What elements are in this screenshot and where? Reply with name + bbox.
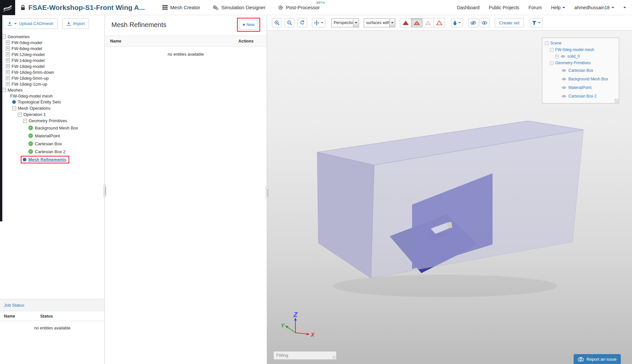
refinements-table-header: Name Actions bbox=[105, 36, 267, 47]
y-axis-arrow bbox=[285, 325, 288, 328]
nav-link-forum[interactable]: Forum bbox=[528, 5, 542, 10]
tree-item-geometry-primitives[interactable]: Geometry Primitives bbox=[0, 118, 105, 124]
left-edge-strip bbox=[0, 15, 2, 221]
expand-icon[interactable] bbox=[6, 41, 10, 44]
render-mode-select[interactable]: surfaces with w bbox=[364, 18, 395, 27]
sidebar-buttons: Upload CAD/mesh Import bbox=[0, 15, 105, 31]
report-issue-button[interactable]: Report an issue bbox=[574, 354, 621, 364]
create-set-button[interactable]: Create set bbox=[495, 18, 524, 27]
3d-viewport-canvas[interactable]: Scene FW-0deg-model mesh solid_0 Geometr… bbox=[267, 31, 632, 364]
tree-item-mesh-refinements[interactable]: Mesh Refinements bbox=[0, 155, 105, 163]
expand-icon[interactable] bbox=[6, 52, 10, 56]
scene-tree-item-cartesian-box-2[interactable]: Cartesian Box 2 bbox=[542, 92, 619, 100]
render-outline-button[interactable] bbox=[434, 18, 445, 27]
scene-tree-item-background-mesh-box[interactable]: Background Mesh Box bbox=[542, 75, 619, 83]
scene-tree-item-fw-0deg-model-mesh[interactable]: FW-0deg-model mesh bbox=[542, 46, 619, 53]
navbar-collapse-caret[interactable] bbox=[623, 7, 626, 8]
mesh-refinements-panel: Mesh Refinements New Name Actions no ent… bbox=[105, 15, 267, 364]
hide-entities-button[interactable] bbox=[468, 18, 478, 27]
expand-icon[interactable] bbox=[6, 82, 10, 86]
scene-tree-item-solid-0[interactable]: solid_0 bbox=[542, 53, 619, 60]
expand-icon[interactable] bbox=[6, 70, 10, 74]
tree-item-mesh-operations[interactable]: Mesh Operations bbox=[0, 105, 105, 111]
expand-icon[interactable] bbox=[6, 64, 10, 68]
visibility-eye-icon[interactable] bbox=[561, 86, 566, 89]
tree-item-fw-18deg-5mm-up[interactable]: FW-18deg-5mm-up bbox=[0, 75, 105, 81]
show-entities-button[interactable] bbox=[479, 18, 490, 27]
tree-item-fw-18deg-model[interactable]: FW-18deg-model bbox=[0, 63, 105, 69]
import-button[interactable]: Import bbox=[62, 18, 89, 29]
tree-item-fw-18deg-1cm-up[interactable]: FW-18deg-1cm-up bbox=[0, 81, 105, 87]
panel-collapse-handle[interactable] bbox=[266, 186, 268, 199]
collapse-icon[interactable] bbox=[12, 106, 16, 110]
navbar-links: Dashboard Public Projects Forum Help ahm… bbox=[457, 5, 632, 10]
visibility-eye-icon[interactable] bbox=[560, 55, 565, 58]
app-logo[interactable] bbox=[0, 0, 15, 15]
expand-icon[interactable] bbox=[555, 55, 559, 58]
tree-item-cartesian-box-2[interactable]: Cartesian Box 2 bbox=[0, 148, 105, 155]
upload-cad-mesh-button[interactable]: Upload CAD/mesh bbox=[3, 18, 58, 29]
grid-icon bbox=[163, 5, 167, 10]
nav-link-dashboard[interactable]: Dashboard bbox=[457, 5, 480, 10]
new-refinement-button[interactable]: New bbox=[239, 20, 258, 30]
success-check-icon bbox=[28, 133, 33, 138]
tree-item-geometries[interactable]: Geometries bbox=[0, 34, 105, 40]
node-dot-icon bbox=[23, 158, 26, 161]
nav-menu-user[interactable]: ahmedhussain18 bbox=[574, 5, 614, 10]
chevron-down-icon bbox=[562, 7, 565, 8]
collapse-icon[interactable] bbox=[2, 35, 6, 39]
render-surfaces-wireframe-button[interactable] bbox=[411, 18, 423, 27]
zoom-in-button[interactable] bbox=[272, 18, 282, 27]
tab-simulation-designer[interactable]: Simulation Designer bbox=[213, 5, 265, 10]
tree-item-fw-6deg-model[interactable]: FW-6deg-model bbox=[0, 45, 105, 51]
annotation-highlight-box: New bbox=[237, 18, 260, 32]
nav-link-public-projects[interactable]: Public Projects bbox=[489, 5, 520, 10]
expand-icon[interactable] bbox=[6, 58, 10, 62]
set-name-input[interactable] bbox=[273, 351, 337, 360]
move-tool-button[interactable] bbox=[312, 18, 325, 27]
solid-triangle-icon bbox=[403, 20, 409, 25]
collapse-icon[interactable] bbox=[550, 48, 554, 52]
scene-tree-item-materialpoint[interactable]: MaterialPoint bbox=[542, 83, 619, 92]
tree-item-materialpoint[interactable]: MaterialPoint bbox=[0, 132, 105, 140]
overlay-resize-handle[interactable] bbox=[615, 99, 618, 103]
render-wireframe-button[interactable] bbox=[422, 18, 434, 27]
collapse-icon[interactable] bbox=[18, 113, 22, 117]
scene-tree-item-scene[interactable]: Scene bbox=[542, 40, 619, 46]
tree-item-fw-0deg-model-mesh[interactable]: FW-0deg-model mesh bbox=[0, 93, 105, 99]
visibility-eye-icon[interactable] bbox=[561, 77, 566, 81]
zoom-out-button[interactable] bbox=[285, 18, 294, 27]
tab-post-processor[interactable]: Post-Processor BETA bbox=[278, 5, 320, 10]
tree-item-meshes[interactable]: Meshes bbox=[0, 87, 105, 93]
projection-select[interactable]: Perspective bbox=[331, 18, 359, 27]
tree-item-fw-0deg-model[interactable]: FW-0deg-model bbox=[0, 40, 105, 45]
visibility-eye-icon[interactable] bbox=[561, 69, 566, 72]
tree-item-fw-14deg-model[interactable]: FW-14deg-model bbox=[0, 57, 105, 63]
input-resize-handle[interactable] bbox=[333, 356, 336, 359]
tree-item-operation-1[interactable]: Operation 1 bbox=[0, 111, 105, 118]
render-surfaces-button[interactable] bbox=[400, 18, 411, 27]
visibility-eye-icon[interactable] bbox=[561, 95, 566, 98]
tree-item-fw-12deg-model[interactable]: FW-12deg-model bbox=[0, 51, 105, 57]
tab-label: Simulation Designer bbox=[221, 5, 265, 10]
color-by-button[interactable] bbox=[451, 18, 463, 27]
refresh-view-button[interactable] bbox=[297, 18, 307, 27]
tree-item-cartesian-box[interactable]: Cartesian Box bbox=[0, 140, 105, 148]
collapse-icon[interactable] bbox=[545, 42, 549, 45]
collapse-icon[interactable] bbox=[550, 61, 554, 65]
expand-icon[interactable] bbox=[6, 46, 10, 50]
expand-icon[interactable] bbox=[6, 76, 10, 80]
scene-tree-item-cartesian-box[interactable]: Cartesian Box bbox=[542, 66, 619, 75]
tree-item-topological-entity-sets[interactable]: Topological Entity Sets bbox=[0, 99, 105, 105]
collapse-icon[interactable] bbox=[23, 119, 27, 123]
tree-item-fw-18deg-5mm-down[interactable]: FW-18deg-5mm-down bbox=[0, 69, 105, 75]
tab-mesh-creator[interactable]: Mesh Creator bbox=[163, 5, 200, 10]
sidebar-collapse-handle[interactable] bbox=[104, 184, 106, 197]
nav-menu-help[interactable]: Help bbox=[551, 5, 565, 10]
filter-button[interactable] bbox=[530, 18, 543, 27]
axis-orientation-triad[interactable]: Z Y X bbox=[279, 312, 318, 352]
tree-item-background-mesh-box[interactable]: Background Mesh Box bbox=[0, 124, 105, 132]
scene-tree-item-geometry-primitives[interactable]: Geometry Primitives bbox=[542, 60, 619, 66]
annotation-highlight-box: Mesh Refinements bbox=[21, 156, 69, 163]
collapse-icon[interactable] bbox=[2, 88, 6, 92]
